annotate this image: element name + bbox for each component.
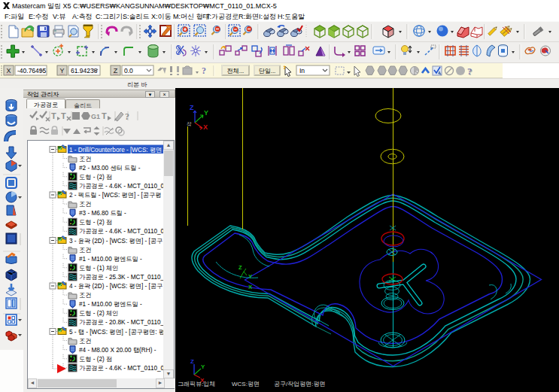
svg-text:61.94238: 61.94238 xyxy=(71,67,98,74)
svg-text:그래픽뷰:입체: 그래픽뷰:입체 xyxy=(178,381,215,387)
svg-text:도형 - (2) 점: 도형 - (2) 점 xyxy=(79,356,112,363)
svg-text:WCS:평면: WCS:평면 xyxy=(232,381,260,387)
svg-text:조건: 조건 xyxy=(79,247,91,254)
svg-text:#2 - M3.00 센터 드릴 -: #2 - M3.00 센터 드릴 - xyxy=(79,165,141,172)
svg-text:3 - 윤곽 (2D) - [WCS: 평면] - [공구: 3 - 윤곽 (2D) - [WCS: 평면] - [공구 xyxy=(69,238,163,245)
svg-text:?: ? xyxy=(468,66,473,77)
svg-text:T: T xyxy=(51,111,56,120)
svg-text:조건: 조건 xyxy=(79,201,91,208)
svg-text:#3 - M6.80 드릴 -: #3 - M6.80 드릴 - xyxy=(79,210,126,217)
svg-text:도형 - (2) 체인: 도형 - (2) 체인 xyxy=(79,310,118,317)
svg-text:도형 - (2) 점: 도형 - (2) 점 xyxy=(79,174,112,181)
svg-text:Z: Z xyxy=(114,67,118,74)
svg-text:#1 - M10.00 평엔드밀 -: #1 - M10.00 평엔드밀 - xyxy=(79,301,142,308)
svg-text:?: ? xyxy=(125,111,129,122)
svg-text:X: X xyxy=(203,123,208,131)
svg-text:Y: Y xyxy=(204,109,208,117)
svg-text:가공경로 - 4.6K - MCT_0110_0: 가공경로 - 4.6K - MCT_0110_0 xyxy=(79,365,163,372)
svg-text:Y: Y xyxy=(59,67,64,74)
svg-text:가공경로 - 25.3K - MCT_0110_: 가공경로 - 25.3K - MCT_0110_ xyxy=(79,274,163,281)
svg-text:전체...: 전체... xyxy=(227,68,245,74)
svg-text:가공경로 - 20.8K - MCT_0110_: 가공경로 - 20.8K - MCT_0110_ xyxy=(79,319,163,326)
svg-text:0.0: 0.0 xyxy=(124,67,133,74)
svg-text:Y: Y xyxy=(201,363,205,370)
svg-text:공구/작업평면:평면: 공구/작업평면:평면 xyxy=(274,381,325,387)
svg-text:1 - Drill/Counterbore - [WCS:: 1 - Drill/Counterbore - [WCS: 평면 xyxy=(69,147,162,153)
svg-text:T: T xyxy=(61,111,66,120)
svg-text:4 - 윤곽 (2D) - [WCS: 평면] - [공구: 4 - 윤곽 (2D) - [WCS: 평면] - [공구 xyxy=(69,283,163,290)
svg-text:Z: Z xyxy=(190,104,194,111)
svg-text:가공경로 - 4.6K - MCT_0110_0: 가공경로 - 4.6K - MCT_0110_0 xyxy=(79,228,163,235)
svg-text:5 - 탭 - [WCS: 평면] - [공구평면: 평: 5 - 탭 - [WCS: 평면] - [공구평면: 평 xyxy=(69,329,163,336)
svg-text:-40.76495: -40.76495 xyxy=(17,67,47,74)
svg-text:작: 작 xyxy=(187,121,192,126)
svg-text:T: T xyxy=(102,111,107,120)
svg-text:조건: 조건 xyxy=(79,292,91,299)
svg-text:2 - 펙드릴 - [WCS: 평면] - [공구평: 2 - 펙드릴 - [WCS: 평면] - [공구평 xyxy=(69,192,161,199)
svg-text:도형 - (1) 체인: 도형 - (1) 체인 xyxy=(79,265,118,272)
svg-text:가공경로 - 4.6K - MCT_0110_0: 가공경로 - 4.6K - MCT_0110_0 xyxy=(79,183,163,190)
svg-text:#4 - M8.00 X 20.00 탭(RH) -: #4 - M8.00 X 20.00 탭(RH) - xyxy=(79,347,156,354)
svg-text:#1 - M10.00 평엔드밀 -: #1 - M10.00 평엔드밀 - xyxy=(79,256,142,263)
svg-text:Z: Z xyxy=(238,264,242,271)
svg-text:In: In xyxy=(299,67,305,74)
svg-text:G1: G1 xyxy=(91,113,100,120)
svg-text:도형 - (2) 점: 도형 - (2) 점 xyxy=(79,219,112,226)
svg-text:Z: Z xyxy=(190,358,194,365)
svg-text:Y: Y xyxy=(248,273,252,280)
svg-text:X: X xyxy=(6,67,11,74)
svg-text:조건: 조건 xyxy=(79,156,91,163)
svg-text:?: ? xyxy=(202,65,206,76)
svg-text:조건: 조건 xyxy=(79,338,91,345)
svg-text:X: X xyxy=(248,284,252,290)
svg-text:단일...: 단일... xyxy=(259,68,276,74)
